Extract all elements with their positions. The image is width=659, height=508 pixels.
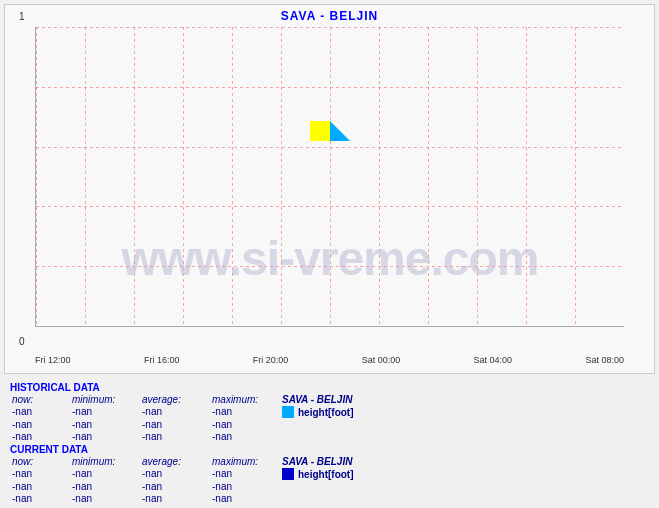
x-label-4: Sat 04:00 [474, 355, 513, 365]
svg-marker-1 [330, 121, 350, 141]
current-headers: now: minimum: average: maximum: SAVA - B… [10, 456, 649, 467]
curr-r3-avg: -nan [140, 493, 210, 504]
app-container: SAVA - BELJIN 1 0 www.si-vreme.com [0, 0, 659, 508]
curr-legend-blue-icon [282, 468, 294, 480]
hist-col-min: minimum: [70, 394, 140, 405]
curr-r1-legend: height[foot] [280, 468, 649, 480]
hist-r2-min: -nan [70, 419, 140, 430]
curr-r3-min: -nan [70, 493, 140, 504]
hist-r3-min: -nan [70, 431, 140, 442]
chart-container: SAVA - BELJIN 1 0 www.si-vreme.com [4, 4, 655, 374]
hist-r1-legend: height[foot] [280, 406, 649, 418]
hist-r2-now: -nan [10, 419, 70, 430]
curr-col-now: now: [10, 456, 70, 467]
x-label-0: Fri 12:00 [35, 355, 71, 365]
historical-row-1: -nan -nan -nan -nan height[foot] [10, 406, 649, 418]
hist-r1-now: -nan [10, 406, 70, 418]
curr-r1-now: -nan [10, 468, 70, 480]
x-label-5: Sat 08:00 [585, 355, 624, 365]
data-section: HISTORICAL DATA now: minimum: average: m… [4, 378, 655, 506]
x-label-3: Sat 00:00 [362, 355, 401, 365]
current-row-1: -nan -nan -nan -nan height[foot] [10, 468, 649, 480]
hist-col-avg: average: [140, 394, 210, 405]
curr-r2-avg: -nan [140, 481, 210, 492]
chart-title: SAVA - BELJIN [5, 5, 654, 23]
hist-col-now: now: [10, 394, 70, 405]
curr-r1-avg: -nan [140, 468, 210, 480]
curr-col-min: minimum: [70, 456, 140, 467]
curr-r2-min: -nan [70, 481, 140, 492]
hist-legend-row: SAVA - BELJIN [280, 394, 649, 405]
current-row-2: -nan -nan -nan -nan [10, 481, 649, 492]
hist-r3-avg: -nan [140, 431, 210, 442]
curr-col-avg: average: [140, 456, 210, 467]
hist-r3-max: -nan [210, 431, 280, 442]
hist-r1-max: -nan [210, 406, 280, 418]
historical-title: HISTORICAL DATA [10, 382, 649, 393]
hist-r1-min: -nan [70, 406, 140, 418]
curr-col-max: maximum: [210, 456, 280, 467]
hist-legend-cyan-icon [282, 406, 294, 418]
current-title: CURRENT DATA [10, 444, 649, 455]
curr-r3-max: -nan [210, 493, 280, 504]
historical-headers: now: minimum: average: maximum: SAVA - B… [10, 394, 649, 405]
x-axis-labels: Fri 12:00 Fri 16:00 Fri 20:00 Sat 00:00 … [35, 355, 624, 365]
current-row-3: -nan -nan -nan -nan [10, 493, 649, 504]
historical-row-2: -nan -nan -nan -nan [10, 419, 649, 430]
x-label-1: Fri 16:00 [144, 355, 180, 365]
hist-r2-avg: -nan [140, 419, 210, 430]
hist-r2-max: -nan [210, 419, 280, 430]
hist-col-max: maximum: [210, 394, 280, 405]
curr-r2-max: -nan [210, 481, 280, 492]
curr-r2-now: -nan [10, 481, 70, 492]
hist-r3-now: -nan [10, 431, 70, 442]
svg-marker-0 [310, 121, 330, 141]
curr-legend-label: SAVA - BELJIN [280, 456, 649, 467]
hist-legend-label: SAVA - BELJIN [282, 394, 352, 405]
logo-icon [310, 121, 350, 161]
y-axis-max-label: 1 [19, 11, 25, 22]
hist-r1-avg: -nan [140, 406, 210, 418]
chart-plot-area: www.si-vreme.com [35, 27, 624, 327]
curr-r3-now: -nan [10, 493, 70, 504]
historical-row-3: -nan -nan -nan -nan [10, 431, 649, 442]
curr-r1-min: -nan [70, 468, 140, 480]
y-axis-min-label: 0 [19, 336, 25, 347]
curr-r1-max: -nan [210, 468, 280, 480]
x-label-2: Fri 20:00 [253, 355, 289, 365]
